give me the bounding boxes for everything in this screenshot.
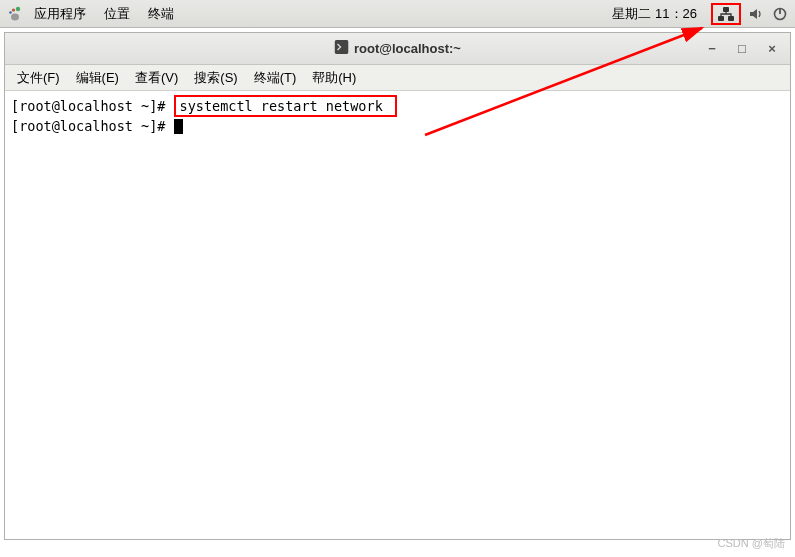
menu-help[interactable]: 帮助(H) bbox=[304, 66, 364, 90]
watermark: CSDN @萄陆 bbox=[718, 536, 785, 551]
applications-menu[interactable]: 应用程序 bbox=[26, 3, 94, 25]
places-menu[interactable]: 位置 bbox=[96, 3, 138, 25]
desktop-top-panel: 应用程序 位置 终端 星期二 11：26 bbox=[0, 0, 795, 28]
window-titlebar[interactable]: root@localhost:~ − □ × bbox=[5, 33, 790, 65]
terminal-line-2: [root@localhost ~]# bbox=[11, 117, 784, 135]
menu-file[interactable]: 文件(F) bbox=[9, 66, 68, 90]
svg-point-2 bbox=[9, 11, 12, 14]
menu-view[interactable]: 查看(V) bbox=[127, 66, 186, 90]
svg-rect-9 bbox=[334, 40, 348, 54]
terminal-icon bbox=[334, 40, 348, 57]
menu-edit[interactable]: 编辑(E) bbox=[68, 66, 127, 90]
power-icon[interactable] bbox=[771, 5, 789, 23]
maximize-button[interactable]: □ bbox=[734, 41, 750, 57]
terminal-line-1: [root@localhost ~]# systemctl restart ne… bbox=[11, 95, 784, 117]
gnome-foot-icon bbox=[6, 5, 24, 23]
menu-search[interactable]: 搜索(S) bbox=[186, 66, 245, 90]
prompt: [root@localhost ~]# bbox=[11, 118, 174, 134]
terminal-cursor bbox=[174, 119, 183, 134]
terminal-taskbar-item[interactable]: 终端 bbox=[140, 3, 182, 25]
volume-icon[interactable] bbox=[747, 5, 765, 23]
svg-point-3 bbox=[11, 13, 19, 20]
svg-rect-4 bbox=[723, 7, 729, 12]
clock-label[interactable]: 星期二 11：26 bbox=[604, 3, 705, 25]
menubar: 文件(F) 编辑(E) 查看(V) 搜索(S) 终端(T) 帮助(H) bbox=[5, 65, 790, 91]
svg-point-0 bbox=[16, 6, 20, 10]
close-button[interactable]: × bbox=[764, 41, 780, 57]
svg-rect-6 bbox=[728, 16, 734, 21]
prompt: [root@localhost ~]# bbox=[11, 98, 174, 114]
svg-point-1 bbox=[12, 8, 15, 11]
highlighted-command: systemctl restart network bbox=[174, 95, 397, 117]
svg-rect-5 bbox=[718, 16, 724, 21]
network-indicator-highlighted[interactable] bbox=[711, 3, 741, 25]
terminal-content[interactable]: [root@localhost ~]# systemctl restart ne… bbox=[5, 91, 790, 539]
window-title: root@localhost:~ bbox=[354, 41, 461, 56]
terminal-window: root@localhost:~ − □ × 文件(F) 编辑(E) 查看(V)… bbox=[4, 32, 791, 540]
minimize-button[interactable]: − bbox=[704, 41, 720, 57]
menu-terminal[interactable]: 终端(T) bbox=[246, 66, 305, 90]
